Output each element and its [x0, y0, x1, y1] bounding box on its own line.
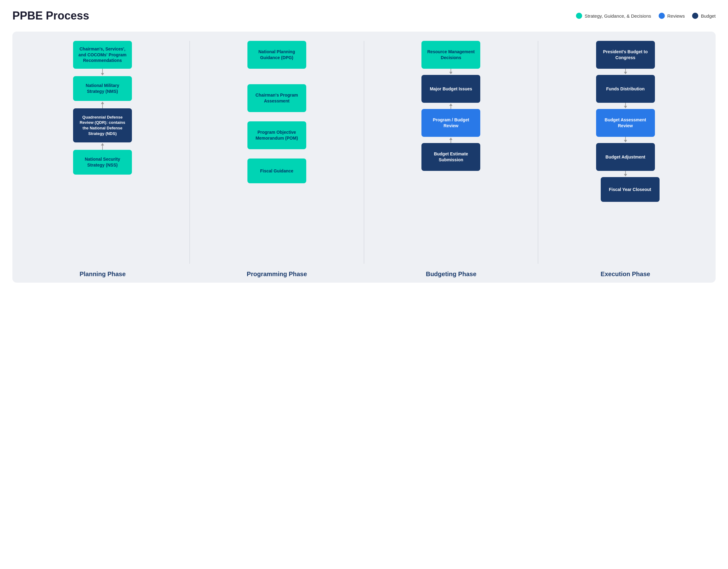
legend-label-navy: Budget	[701, 13, 716, 19]
programming-label: Programming Phase	[190, 271, 364, 278]
arrow-up-mbi	[448, 103, 453, 109]
planning-label: Planning Phase	[15, 271, 190, 278]
fiscal-box: Fiscal Guidance	[247, 159, 306, 183]
programming-column: National Planning Guidance (DPG) Chairma…	[190, 41, 364, 264]
svg-marker-9	[449, 103, 452, 106]
bes-box: Budget Estimate Submission	[421, 143, 480, 171]
svg-marker-17	[624, 140, 627, 142]
legend-label-blue: Reviews	[667, 13, 685, 19]
legend: Strategy, Guidance, & Decisions Reviews …	[576, 13, 716, 19]
fd-box: Funds Distribution	[596, 75, 655, 103]
pbr-box: Program / Budget Review	[421, 109, 480, 137]
execution-column: President's Budget to Congress Funds Dis…	[538, 41, 713, 264]
legend-label-teal: Strategy, Guidance, & Decisions	[585, 13, 651, 19]
svg-marker-13	[624, 72, 627, 74]
svg-marker-3	[101, 102, 104, 104]
pom-box: Program Objective Memorandum (POM)	[247, 121, 306, 149]
bar-box: Budget Assessment Review	[596, 109, 655, 137]
pbc-box: President's Budget to Congress	[596, 41, 655, 69]
nss-box: National Security Strategy (NSS)	[73, 150, 132, 175]
svg-marker-11	[449, 137, 452, 140]
execution-label: Execution Phase	[538, 271, 713, 278]
arrow-down-rmd	[448, 69, 453, 75]
svg-marker-5	[101, 143, 104, 146]
arrow-up-1	[100, 101, 105, 108]
legend-item-teal: Strategy, Guidance, & Decisions	[576, 13, 651, 19]
arrow-up-pbr	[448, 137, 453, 143]
legend-item-navy: Budget	[692, 13, 716, 19]
page-title: PPBE Process	[12, 9, 89, 22]
blue-dot	[659, 13, 665, 19]
cpa-box: Chairman's Program Assessment	[247, 84, 306, 112]
nms-box: National Military Strategy (NMS)	[73, 76, 132, 101]
svg-marker-15	[624, 106, 627, 108]
budgeting-column: Resource Management Decisions Major Budg…	[364, 41, 538, 264]
planning-column: Chairman's, Services', and COCOMs' Progr…	[15, 41, 190, 264]
arrow-down-bar	[623, 137, 628, 143]
page-header: PPBE Process Strategy, Guidance, & Decis…	[12, 9, 716, 22]
svg-marker-19	[624, 174, 627, 176]
legend-item-blue: Reviews	[659, 13, 685, 19]
fyc-box: Fiscal Year Closeout	[601, 177, 660, 202]
svg-marker-1	[101, 73, 104, 76]
arrow-down-fd	[623, 103, 628, 109]
navy-dot	[692, 13, 698, 19]
ba-box: Budget Adjustment	[596, 143, 655, 171]
npg-box: National Planning Guidance (DPG)	[247, 41, 306, 69]
arrow-down-1	[100, 69, 105, 76]
svg-marker-7	[449, 72, 452, 74]
arrow-down-ba	[623, 171, 628, 177]
phase-labels: Planning Phase Programming Phase Budgeti…	[15, 271, 713, 278]
budgeting-label: Budgeting Phase	[364, 271, 538, 278]
qdr-box: Quadrennial Defense Review (QDR): contai…	[73, 108, 132, 142]
teal-dot	[576, 13, 582, 19]
chairmans-rec-box: Chairman's, Services', and COCOMs' Progr…	[73, 41, 132, 69]
rmd-box: Resource Management Decisions	[421, 41, 480, 69]
arrow-up-2	[100, 142, 105, 150]
arrow-down-pbc	[623, 69, 628, 75]
mbi-box: Major Budget Issues	[421, 75, 480, 103]
